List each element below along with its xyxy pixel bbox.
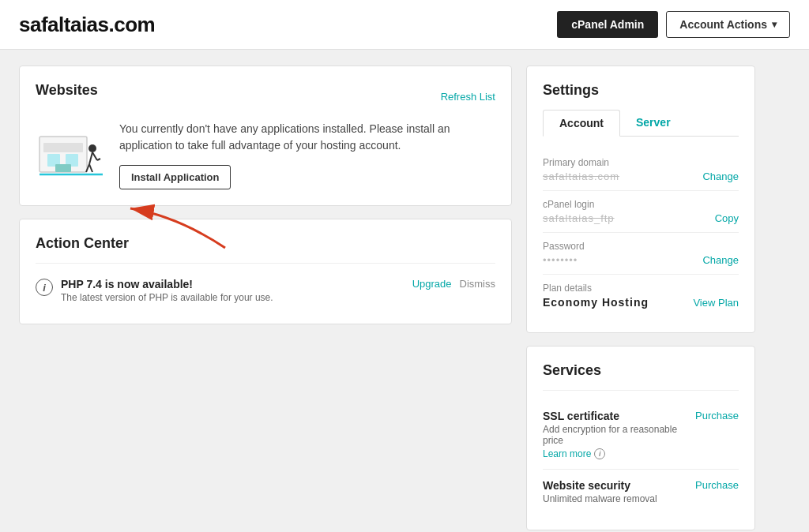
svg-line-6: [89, 152, 92, 164]
svg-rect-4: [55, 164, 71, 172]
services-title: Services: [543, 362, 739, 379]
action-title: PHP 7.4 is now available!: [61, 278, 404, 290]
websites-card-header: Websites Refresh List: [36, 82, 495, 110]
cpanel-login-label: cPanel login: [543, 199, 739, 210]
websites-body: You currently don't have any application…: [36, 121, 495, 189]
dismiss-link[interactable]: Dismiss: [460, 278, 496, 290]
action-content: PHP 7.4 is now available! The latest ver…: [61, 278, 404, 303]
info-icon: i: [36, 279, 53, 296]
plan-label: Plan details: [543, 283, 739, 294]
settings-card: Settings Account Server Primary domain s…: [526, 66, 755, 333]
ssl-purchase-link[interactable]: Purchase: [695, 410, 739, 421]
password-label: Password: [543, 241, 739, 252]
cpanel-login-action[interactable]: Copy: [715, 212, 739, 224]
site-title: safaltaias.com: [19, 13, 155, 37]
header-actions: cPanel Admin Account Actions ▾: [557, 11, 790, 38]
settings-title: Settings: [543, 82, 739, 99]
action-links: Upgrade Dismiss: [412, 278, 495, 290]
security-service-desc: Unlimited malware removal: [543, 493, 657, 504]
cpanel-login-value: safaltaias_ftp: [543, 212, 615, 224]
primary-domain-value: safaltaias.com: [543, 170, 619, 182]
security-purchase-link[interactable]: Purchase: [695, 479, 739, 491]
svg-rect-1: [43, 143, 83, 152]
plan-value: Economy Hosting: [543, 296, 649, 309]
tab-account[interactable]: Account: [543, 110, 620, 137]
settings-row-primary-domain: Primary domain safaltaias.com Change: [543, 149, 739, 191]
services-card: Services SSL certificate Add encryption …: [526, 346, 755, 530]
ssl-info-icon: i: [594, 448, 605, 459]
settings-row-password: Password •••••••• Change: [543, 233, 739, 275]
action-center-card: Action Center i PHP 7.4 is now available…: [19, 219, 512, 324]
service-website-security: Website security Unlimited malware remov…: [543, 470, 739, 514]
account-actions-button[interactable]: Account Actions ▾: [666, 11, 790, 38]
left-panel: Websites Refresh List: [19, 66, 512, 530]
action-center-title: Action Center: [36, 235, 495, 252]
websites-title: Websites: [36, 82, 98, 99]
service-ssl: SSL certificate Add encryption for a rea…: [543, 400, 739, 470]
services-divider: [543, 390, 739, 391]
website-illustration: [36, 121, 107, 186]
ssl-learn-more[interactable]: Learn more: [543, 448, 591, 459]
svg-line-10: [97, 159, 100, 160]
password-value: ••••••••: [543, 254, 578, 266]
security-service-name: Website security: [543, 479, 657, 492]
tab-server[interactable]: Server: [620, 110, 687, 137]
action-item: i PHP 7.4 is now available! The latest v…: [36, 273, 495, 308]
install-application-button[interactable]: Install Application: [119, 165, 231, 189]
websites-message: You currently don't have any application…: [119, 121, 495, 189]
svg-line-9: [92, 152, 97, 160]
action-description: The latest version of PHP is available f…: [61, 292, 404, 303]
cpanel-admin-button[interactable]: cPanel Admin: [557, 11, 658, 38]
main-content: Websites Refresh List: [0, 50, 774, 532]
svg-point-5: [88, 144, 96, 152]
settings-row-cpanel-login: cPanel login safaltaias_ftp Copy: [543, 191, 739, 233]
chevron-down-icon: ▾: [772, 19, 777, 30]
settings-row-plan: Plan details Economy Hosting View Plan: [543, 275, 739, 317]
websites-card: Websites Refresh List: [19, 66, 512, 206]
svg-line-8: [89, 164, 92, 172]
settings-tabs: Account Server: [543, 110, 739, 137]
upgrade-link[interactable]: Upgrade: [412, 278, 452, 290]
primary-domain-label: Primary domain: [543, 157, 739, 168]
password-action[interactable]: Change: [702, 254, 739, 266]
right-panel: Settings Account Server Primary domain s…: [526, 66, 755, 530]
primary-domain-action[interactable]: Change: [702, 170, 739, 182]
divider: [36, 263, 495, 264]
ssl-service-desc: Add encryption for a reasonable price: [543, 424, 695, 446]
page-header: safaltaias.com cPanel Admin Account Acti…: [0, 0, 809, 50]
ssl-service-name: SSL certificate: [543, 410, 695, 422]
plan-action[interactable]: View Plan: [693, 297, 739, 309]
refresh-list-link[interactable]: Refresh List: [441, 91, 495, 103]
